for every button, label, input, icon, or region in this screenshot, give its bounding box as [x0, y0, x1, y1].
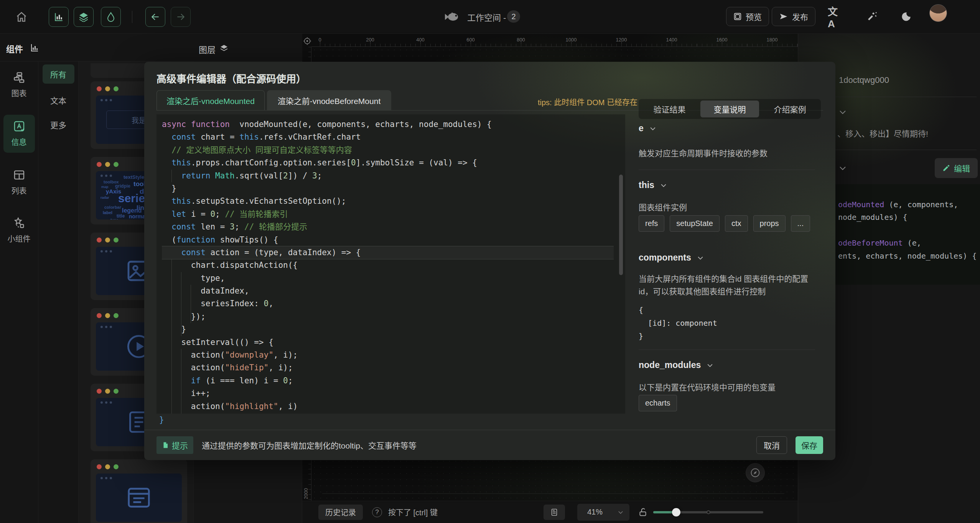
- home-button[interactable]: [14, 9, 29, 25]
- tab-variable-docs[interactable]: 变量说明: [700, 101, 759, 117]
- tip-badge-label: 提示: [172, 439, 188, 451]
- code-line: (function showTips() {: [162, 234, 614, 246]
- dark-mode-button[interactable]: [898, 8, 914, 25]
- compass-button[interactable]: [746, 463, 765, 482]
- property-chip[interactable]: setupState: [670, 215, 720, 232]
- variable-docs-panel: 验证结果 变量说明 介绍案例 e 触发对应生命周期事件时接收的参数 this 图…: [639, 62, 823, 460]
- nav-item-info[interactable]: 信息: [3, 115, 35, 153]
- unlock-icon[interactable]: [638, 507, 648, 518]
- zoom-select[interactable]: 41%: [577, 504, 629, 521]
- save-button[interactable]: 保存: [796, 436, 823, 454]
- ruler-label: 0: [318, 37, 321, 43]
- language-button[interactable]: 文A: [828, 8, 845, 25]
- code-line: action("downplay", i);: [162, 349, 614, 361]
- wordcloud-word: type: [110, 218, 119, 219]
- droplet-icon: [106, 12, 115, 22]
- publish-button[interactable]: 发布: [772, 7, 815, 26]
- component-card-embed[interactable]: [91, 459, 187, 523]
- ruler-label: 400: [416, 37, 425, 43]
- tab-validation-result[interactable]: 验证结果: [640, 101, 699, 117]
- chevron-down-icon: [697, 254, 704, 262]
- ruler-label: 1200: [616, 37, 627, 43]
- code-line: {: [639, 304, 717, 317]
- section-chevron-icon[interactable]: [838, 163, 847, 173]
- publish-label: 发布: [792, 11, 808, 22]
- wordcloud-word: yAxis: [106, 188, 121, 195]
- wordcloud-word: textStyle: [124, 174, 144, 180]
- property-chip[interactable]: refs: [639, 215, 664, 232]
- code-line: odeBeforeMount (e,: [838, 236, 980, 248]
- nav-item-list[interactable]: 列表: [3, 163, 35, 201]
- section-this-label: this: [639, 180, 654, 190]
- history-button[interactable]: 历史记录: [318, 505, 363, 520]
- slider-notch: [707, 510, 710, 514]
- code-line: const action = (type, dataIndex) => {: [162, 246, 614, 259]
- code-line: return Math.sqrt(val[2]) / 3;: [162, 170, 614, 182]
- nav-label-info: 信息: [12, 136, 27, 147]
- preview-button[interactable]: 预览: [726, 7, 769, 26]
- edit-code-button[interactable]: 编辑: [935, 158, 978, 178]
- section-components-label: components: [639, 252, 691, 263]
- help-icon[interactable]: ?: [372, 507, 382, 517]
- undo-button[interactable]: [145, 7, 165, 27]
- card-preview-embed: [96, 474, 182, 522]
- nav-item-widgets[interactable]: 小组件: [3, 211, 35, 249]
- code-line: this.props.chartConfig.option.series[0].…: [162, 157, 614, 169]
- user-avatar[interactable]: [929, 4, 947, 22]
- filter-tool-button[interactable]: [101, 7, 121, 27]
- note-icon: [162, 441, 169, 449]
- property-chip[interactable]: echarts: [639, 395, 677, 411]
- layers-panel-title: 图层: [199, 43, 216, 55]
- zoom-slider[interactable]: [653, 508, 763, 516]
- section-components-title[interactable]: components: [639, 252, 704, 263]
- code-line: [838, 223, 980, 236]
- property-chip[interactable]: ctx: [725, 215, 748, 232]
- nav-item-charts[interactable]: 图表: [3, 66, 35, 104]
- dom-tips-text: tips: 此时组件 DOM 已经存在: [156, 96, 637, 107]
- code-line: const len = 3; // 轮播部分提示: [162, 221, 614, 233]
- wordcloud-word: colorbar: [104, 205, 121, 210]
- section-this-title[interactable]: this: [639, 180, 667, 190]
- code-line: i++;: [162, 387, 614, 400]
- property-chip[interactable]: props: [753, 215, 786, 232]
- theme-tools-button[interactable]: [863, 8, 880, 25]
- section-chevron-icon[interactable]: [838, 107, 847, 117]
- code-editor[interactable]: async function vnodeMounted(e, component…: [156, 114, 625, 414]
- arrow-right-icon: [176, 12, 186, 22]
- chart-tool-button[interactable]: [49, 7, 69, 27]
- code-line: action("highlight", i): [162, 400, 614, 413]
- subtab-text[interactable]: 文本: [43, 91, 74, 110]
- property-chip[interactable]: ...: [791, 215, 810, 232]
- tab-examples[interactable]: 介绍案例: [761, 101, 819, 117]
- ruler-horizontal: 020040060080010001200140016001800: [311, 37, 798, 47]
- editor-scrollbar[interactable]: [619, 175, 623, 275]
- layers-tool-button[interactable]: [74, 7, 94, 27]
- workspace-badge: 2: [507, 10, 520, 23]
- section-node-modules-title[interactable]: node_modules: [639, 360, 714, 370]
- preview-label: 预览: [746, 11, 762, 22]
- ruler-label: 800: [517, 37, 525, 43]
- file-lines-icon: [550, 508, 558, 517]
- shortcut-panel-button[interactable]: [544, 505, 565, 520]
- section-node-modules-desc: 以下是内置在代码环境中可用的包变量: [639, 381, 776, 394]
- subtab-all[interactable]: 所有: [43, 64, 74, 84]
- slider-thumb[interactable]: [672, 508, 680, 516]
- components-panel-title: 组件: [6, 42, 23, 54]
- section-divider: [639, 350, 815, 350]
- ruler-vertical-label: 2000: [303, 488, 309, 499]
- card-window-dots: [97, 238, 119, 243]
- subtab-more[interactable]: 更多: [43, 115, 74, 134]
- card-window-dots: [97, 389, 119, 394]
- table-icon: [13, 169, 25, 181]
- ruler-origin-icon[interactable]: [303, 37, 311, 45]
- arrow-left-icon: [150, 12, 160, 22]
- code-line: if (i === len) i = 0;: [162, 375, 614, 387]
- section-e-title[interactable]: e: [639, 123, 657, 134]
- top-header: 工作空间 - 2 预览 发布 文A: [0, 0, 980, 34]
- pencil-icon: [942, 164, 950, 172]
- cancel-button[interactable]: 取消: [756, 436, 787, 454]
- redo-button[interactable]: [171, 7, 191, 27]
- code-line: }: [162, 323, 614, 336]
- code-line: odeMounted (e, components,: [838, 197, 980, 210]
- workspace-title: 工作空间 -: [467, 11, 506, 23]
